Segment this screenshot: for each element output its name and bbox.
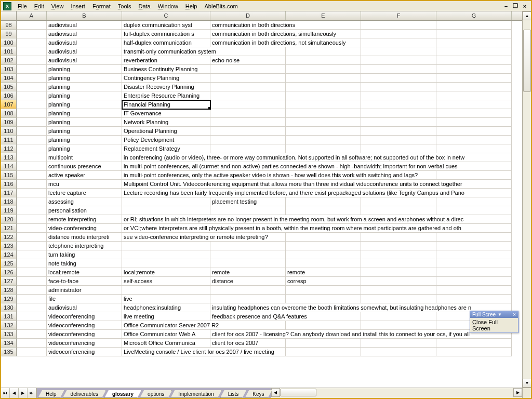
cell-F112[interactable] (361, 144, 436, 153)
cell-G122[interactable] (436, 233, 512, 242)
cell-D126[interactable]: remote (210, 268, 286, 277)
cell-E135[interactable] (286, 348, 361, 356)
menu-window[interactable]: Window (155, 3, 181, 10)
cell-D107[interactable] (210, 100, 286, 109)
cell-C111[interactable]: Policy Development (122, 136, 210, 144)
row-header[interactable]: 135 (1, 348, 17, 356)
cell-C128[interactable] (122, 286, 210, 295)
cell-G98[interactable] (436, 21, 512, 30)
cell-D123[interactable] (210, 242, 286, 250)
cell-E110[interactable] (286, 127, 361, 136)
cell-F101[interactable] (361, 47, 436, 56)
cell-B102[interactable]: audiovisual (47, 56, 122, 65)
row-header[interactable]: 113 (1, 153, 17, 162)
cell-B104[interactable]: planning (47, 74, 122, 83)
col-header-A[interactable]: A (17, 11, 47, 20)
cell-A104[interactable] (17, 74, 47, 83)
menu-file[interactable]: File (15, 3, 30, 10)
cell-F100[interactable] (361, 38, 436, 47)
cell-B109[interactable]: planning (47, 118, 122, 127)
menu-tools[interactable]: Tools (115, 3, 135, 10)
cell-B126[interactable]: local;remote (47, 268, 122, 277)
row-header[interactable]: 103 (1, 65, 17, 74)
row-header[interactable]: 117 (1, 189, 17, 197)
cell-E104[interactable] (286, 74, 361, 83)
row-header[interactable]: 128 (1, 286, 17, 295)
row-header[interactable]: 104 (1, 74, 17, 83)
cell-D102[interactable]: echo noise (210, 56, 286, 65)
cell-B116[interactable]: mcu (47, 180, 122, 189)
cell-C98[interactable]: duplex communication syst (122, 21, 210, 30)
cell-B121[interactable]: video-conferencing (47, 224, 122, 233)
cell-A129[interactable] (17, 295, 47, 303)
cell-C120[interactable]: or RI; situations in which interpreters … (122, 215, 210, 224)
cell-A120[interactable] (17, 215, 47, 224)
cell-D118[interactable]: placement testing (210, 197, 286, 206)
cell-G104[interactable] (436, 74, 512, 83)
sheet-tab-options[interactable]: options (140, 390, 172, 398)
row-header[interactable]: 126 (1, 268, 17, 277)
cell-B129[interactable]: file (47, 295, 122, 303)
cell-C132[interactable]: Office Communicator Server 2007 R2 (122, 321, 210, 330)
cell-A135[interactable] (17, 348, 47, 356)
cell-F103[interactable] (361, 65, 436, 74)
cell-C131[interactable]: live meeting (122, 312, 210, 321)
col-header-D[interactable]: D (210, 11, 286, 20)
cell-C105[interactable]: Disaster Recovery Planning (122, 83, 210, 91)
scroll-right-button[interactable]: ▶ (513, 388, 522, 397)
cell-C127[interactable]: self-access (122, 277, 210, 286)
cell-D125[interactable] (210, 259, 286, 268)
cell-F126[interactable] (361, 268, 436, 277)
cell-F98[interactable] (361, 21, 436, 30)
cell-F107[interactable] (361, 100, 436, 109)
cell-C100[interactable]: half-duplex communication (122, 38, 210, 47)
cell-B107[interactable]: planning (47, 100, 122, 109)
v-scroll-track[interactable] (523, 20, 531, 379)
cell-A102[interactable] (17, 56, 47, 65)
sheet-tab-keys[interactable]: Keys (245, 390, 272, 398)
cell-D98[interactable]: communication in both directions (210, 21, 286, 30)
row-header[interactable]: 111 (1, 136, 17, 144)
row-header[interactable]: 123 (1, 242, 17, 250)
cell-C113[interactable]: in conferencing (audio or video), three-… (122, 153, 210, 162)
row-header[interactable]: 102 (1, 56, 17, 65)
cell-F127[interactable] (361, 277, 436, 286)
scroll-down-button[interactable]: ▼ (523, 379, 531, 388)
cell-A128[interactable] (17, 286, 47, 295)
cell-B118[interactable]: assessing (47, 197, 122, 206)
vertical-scrollbar[interactable]: ▲ ▼ (522, 11, 531, 388)
menu-insert[interactable]: Insert (68, 3, 88, 10)
cell-E105[interactable] (286, 83, 361, 91)
row-header[interactable]: 115 (1, 171, 17, 180)
row-header[interactable]: 105 (1, 83, 17, 91)
cell-E122[interactable] (286, 233, 361, 242)
cell-A103[interactable] (17, 65, 47, 74)
cell-D110[interactable] (210, 127, 286, 136)
cell-A100[interactable] (17, 38, 47, 47)
row-header[interactable]: 130 (1, 303, 17, 312)
toolbar-titlebar[interactable]: Full Scree ▼ × (470, 311, 518, 318)
cell-C104[interactable]: Contingency Planning (122, 74, 210, 83)
row-header[interactable]: 131 (1, 312, 17, 321)
cell-B100[interactable]: audiovisual (47, 38, 122, 47)
cell-G103[interactable] (436, 65, 512, 74)
cell-C116[interactable]: Multipoint Control Unit. Videoconferenci… (122, 180, 210, 189)
cell-F131[interactable] (361, 312, 436, 321)
cell-G115[interactable] (436, 171, 512, 180)
cell-F118[interactable] (361, 197, 436, 206)
cell-B112[interactable]: planning (47, 144, 122, 153)
col-header-F[interactable]: F (361, 11, 436, 20)
row-header[interactable]: 134 (1, 339, 17, 348)
cell-A109[interactable] (17, 118, 47, 127)
cell-D130[interactable]: insulating headphones can overcome the b… (210, 303, 286, 312)
row-header[interactable]: 107 (1, 100, 17, 109)
cell-E126[interactable]: remote (286, 268, 361, 277)
cell-B128[interactable]: administrator (47, 286, 122, 295)
cell-E107[interactable] (286, 100, 361, 109)
cell-A132[interactable] (17, 321, 47, 330)
cell-B113[interactable]: multipoint (47, 153, 122, 162)
cell-C114[interactable]: in multi-point conferences, all (currnet… (122, 162, 210, 171)
cell-E108[interactable] (286, 109, 361, 118)
cell-C134[interactable]: Microsoft Office Communica (122, 339, 210, 348)
cell-G112[interactable] (436, 144, 512, 153)
